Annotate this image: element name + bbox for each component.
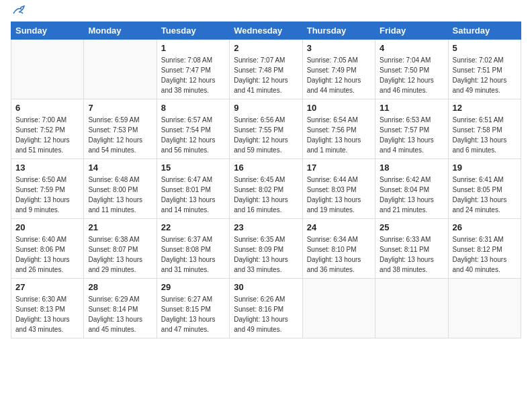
day-info: Sunrise: 6:44 AM Sunset: 8:03 PM Dayligh… (307, 175, 371, 215)
week-row-3: 13Sunrise: 6:50 AM Sunset: 7:59 PM Dayli… (11, 159, 521, 219)
calendar-cell (375, 279, 448, 338)
weekday-header-monday: Monday (84, 22, 157, 40)
day-number: 17 (307, 163, 371, 173)
day-info: Sunrise: 7:07 AM Sunset: 7:48 PM Dayligh… (234, 55, 298, 95)
day-number: 9 (234, 103, 298, 113)
calendar-cell: 3Sunrise: 7:05 AM Sunset: 7:49 PM Daylig… (302, 40, 375, 99)
day-info: Sunrise: 6:48 AM Sunset: 8:00 PM Dayligh… (88, 175, 152, 215)
day-number: 30 (234, 282, 298, 292)
day-info: Sunrise: 7:08 AM Sunset: 7:47 PM Dayligh… (161, 55, 225, 95)
calendar-cell: 20Sunrise: 6:40 AM Sunset: 8:06 PM Dayli… (11, 219, 84, 279)
calendar-cell: 29Sunrise: 6:27 AM Sunset: 8:15 PM Dayli… (157, 279, 229, 338)
day-number: 23 (234, 222, 298, 232)
weekday-header-wednesday: Wednesday (230, 22, 302, 40)
day-number: 11 (380, 103, 443, 113)
calendar-cell (448, 279, 521, 338)
calendar-cell: 17Sunrise: 6:44 AM Sunset: 8:03 PM Dayli… (302, 159, 375, 219)
day-number: 4 (380, 43, 443, 53)
day-number: 27 (15, 282, 79, 292)
day-info: Sunrise: 6:33 AM Sunset: 8:11 PM Dayligh… (380, 234, 443, 275)
calendar-cell: 19Sunrise: 6:41 AM Sunset: 8:05 PM Dayli… (448, 159, 521, 219)
calendar-cell (84, 40, 157, 99)
day-number: 12 (453, 103, 517, 113)
calendar-cell: 9Sunrise: 6:56 AM Sunset: 7:55 PM Daylig… (230, 99, 302, 159)
day-info: Sunrise: 6:38 AM Sunset: 8:07 PM Dayligh… (88, 234, 152, 275)
day-info: Sunrise: 6:57 AM Sunset: 7:54 PM Dayligh… (161, 115, 225, 155)
day-info: Sunrise: 6:56 AM Sunset: 7:55 PM Dayligh… (234, 115, 298, 155)
day-info: Sunrise: 7:04 AM Sunset: 7:50 PM Dayligh… (380, 55, 443, 95)
day-number: 28 (88, 282, 152, 292)
calendar-cell: 24Sunrise: 6:34 AM Sunset: 8:10 PM Dayli… (302, 219, 375, 279)
calendar-cell: 14Sunrise: 6:48 AM Sunset: 8:00 PM Dayli… (84, 159, 157, 219)
calendar-cell: 18Sunrise: 6:42 AM Sunset: 8:04 PM Dayli… (375, 159, 448, 219)
calendar-cell: 1Sunrise: 7:08 AM Sunset: 7:47 PM Daylig… (157, 40, 229, 99)
week-row-5: 27Sunrise: 6:30 AM Sunset: 8:13 PM Dayli… (11, 279, 521, 338)
weekday-header-tuesday: Tuesday (157, 22, 229, 40)
calendar-cell: 4Sunrise: 7:04 AM Sunset: 7:50 PM Daylig… (375, 40, 448, 99)
calendar-cell: 28Sunrise: 6:29 AM Sunset: 8:14 PM Dayli… (84, 279, 157, 338)
day-number: 6 (15, 103, 79, 113)
calendar-cell: 10Sunrise: 6:54 AM Sunset: 7:56 PM Dayli… (302, 99, 375, 159)
day-number: 22 (161, 222, 225, 232)
day-info: Sunrise: 6:29 AM Sunset: 8:14 PM Dayligh… (88, 294, 152, 334)
calendar-cell: 13Sunrise: 6:50 AM Sunset: 7:59 PM Dayli… (11, 159, 84, 219)
day-number: 1 (161, 43, 225, 53)
day-info: Sunrise: 6:35 AM Sunset: 8:09 PM Dayligh… (234, 234, 298, 275)
day-info: Sunrise: 7:05 AM Sunset: 7:49 PM Dayligh… (307, 55, 371, 95)
day-info: Sunrise: 7:02 AM Sunset: 7:51 PM Dayligh… (453, 55, 517, 95)
weekday-header-friday: Friday (375, 22, 448, 40)
calendar-cell: 11Sunrise: 6:53 AM Sunset: 7:57 PM Dayli… (375, 99, 448, 159)
day-info: Sunrise: 6:26 AM Sunset: 8:16 PM Dayligh… (234, 294, 298, 334)
day-info: Sunrise: 6:41 AM Sunset: 8:05 PM Dayligh… (453, 175, 517, 215)
day-info: Sunrise: 6:54 AM Sunset: 7:56 PM Dayligh… (307, 115, 371, 155)
calendar-cell: 23Sunrise: 6:35 AM Sunset: 8:09 PM Dayli… (230, 219, 302, 279)
day-info: Sunrise: 6:47 AM Sunset: 8:01 PM Dayligh… (161, 175, 225, 215)
calendar-table: SundayMondayTuesdayWednesdayThursdayFrid… (11, 21, 521, 338)
day-info: Sunrise: 6:30 AM Sunset: 8:13 PM Dayligh… (15, 294, 79, 334)
day-number: 7 (88, 103, 152, 113)
logo-bird-icon (12, 5, 27, 17)
calendar-cell: 26Sunrise: 6:31 AM Sunset: 8:12 PM Dayli… (448, 219, 521, 279)
day-info: Sunrise: 6:45 AM Sunset: 8:02 PM Dayligh… (234, 175, 298, 215)
day-number: 15 (161, 163, 225, 173)
calendar-cell: 22Sunrise: 6:37 AM Sunset: 8:08 PM Dayli… (157, 219, 229, 279)
day-info: Sunrise: 6:51 AM Sunset: 7:58 PM Dayligh… (453, 115, 517, 155)
calendar-cell: 12Sunrise: 6:51 AM Sunset: 7:58 PM Dayli… (448, 99, 521, 159)
day-number: 2 (234, 43, 298, 53)
week-row-2: 6Sunrise: 7:00 AM Sunset: 7:52 PM Daylig… (11, 99, 521, 159)
calendar-cell (302, 279, 375, 338)
day-number: 10 (307, 103, 371, 113)
calendar-cell: 7Sunrise: 6:59 AM Sunset: 7:53 PM Daylig… (84, 99, 157, 159)
day-number: 13 (15, 163, 79, 173)
day-info: Sunrise: 6:34 AM Sunset: 8:10 PM Dayligh… (307, 234, 371, 275)
day-info: Sunrise: 6:53 AM Sunset: 7:57 PM Dayligh… (380, 115, 443, 155)
calendar-cell: 5Sunrise: 7:02 AM Sunset: 7:51 PM Daylig… (448, 40, 521, 99)
calendar-cell: 30Sunrise: 6:26 AM Sunset: 8:16 PM Dayli… (230, 279, 302, 338)
day-info: Sunrise: 6:37 AM Sunset: 8:08 PM Dayligh… (161, 234, 225, 275)
day-info: Sunrise: 6:59 AM Sunset: 7:53 PM Dayligh… (88, 115, 152, 155)
calendar-header-row: SundayMondayTuesdayWednesdayThursdayFrid… (11, 22, 521, 40)
calendar-cell: 27Sunrise: 6:30 AM Sunset: 8:13 PM Dayli… (11, 279, 84, 338)
calendar-cell: 15Sunrise: 6:47 AM Sunset: 8:01 PM Dayli… (157, 159, 229, 219)
calendar-cell: 8Sunrise: 6:57 AM Sunset: 7:54 PM Daylig… (157, 99, 229, 159)
day-number: 20 (15, 222, 79, 232)
calendar-cell: 21Sunrise: 6:38 AM Sunset: 8:07 PM Dayli… (84, 219, 157, 279)
day-number: 25 (380, 222, 443, 232)
day-info: Sunrise: 6:50 AM Sunset: 7:59 PM Dayligh… (15, 175, 79, 215)
weekday-header-thursday: Thursday (302, 22, 375, 40)
calendar-cell: 25Sunrise: 6:33 AM Sunset: 8:11 PM Dayli… (375, 219, 448, 279)
week-row-1: 1Sunrise: 7:08 AM Sunset: 7:47 PM Daylig… (11, 40, 521, 99)
day-info: Sunrise: 6:27 AM Sunset: 8:15 PM Dayligh… (161, 294, 225, 334)
calendar-cell: 16Sunrise: 6:45 AM Sunset: 8:02 PM Dayli… (230, 159, 302, 219)
day-info: Sunrise: 6:31 AM Sunset: 8:12 PM Dayligh… (453, 234, 517, 275)
day-number: 3 (307, 43, 371, 53)
page-header (11, 11, 521, 13)
weekday-header-sunday: Sunday (11, 22, 84, 40)
day-number: 5 (453, 43, 517, 53)
day-number: 29 (161, 282, 225, 292)
day-info: Sunrise: 7:00 AM Sunset: 7:52 PM Dayligh… (15, 115, 79, 155)
weekday-header-saturday: Saturday (448, 22, 521, 40)
day-number: 19 (453, 163, 517, 173)
calendar-cell (11, 40, 84, 99)
day-number: 16 (234, 163, 298, 173)
